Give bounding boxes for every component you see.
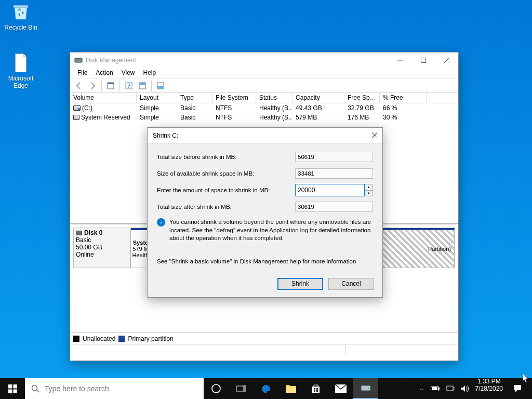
svg-rect-23 (361, 385, 370, 391)
value-available: 33481 (295, 168, 373, 179)
minimize-button[interactable] (388, 52, 411, 68)
help-button[interactable]: ? (123, 80, 135, 91)
menu-file[interactable]: File (73, 68, 91, 78)
drive-icon (73, 115, 79, 120)
desktop-label: Microsoft Edge (1, 75, 41, 89)
cortana-button[interactable] (204, 378, 229, 399)
taskbar-edge[interactable] (254, 378, 278, 399)
legend-primary: Primary partition (128, 335, 173, 342)
taskbar-mail[interactable] (328, 378, 353, 399)
mail-icon (335, 384, 347, 393)
spin-down[interactable]: ▼ (365, 190, 373, 196)
desktop-icon-recycle-bin[interactable]: Recycle Bin (1, 1, 41, 31)
menu-view[interactable]: View (117, 68, 139, 78)
disk-icon (76, 231, 82, 235)
svg-rect-21 (316, 390, 318, 392)
system-tray: ︿ (416, 378, 472, 399)
value-total-before: 50619 (295, 152, 373, 162)
network-icon[interactable] (446, 385, 455, 392)
view-top-button[interactable] (137, 80, 148, 91)
table-row[interactable]: System Reserved Simple Basic NTFS Health… (70, 113, 458, 122)
cancel-button[interactable]: Cancel (328, 278, 374, 290)
label-available: Size of available shrink space in MB: (157, 170, 295, 177)
svg-rect-8 (139, 83, 145, 85)
refresh-button[interactable] (105, 80, 116, 91)
clock-date: 7/18/2020 (475, 385, 503, 393)
forward-button[interactable] (87, 80, 98, 91)
close-button[interactable] (435, 52, 458, 68)
file-icon (10, 52, 32, 74)
col-volume[interactable]: Volume (70, 93, 137, 103)
taskbar-store[interactable] (303, 378, 328, 399)
col-capacity[interactable]: Capacity (292, 93, 344, 103)
svg-rect-27 (438, 388, 440, 390)
dialog-titlebar[interactable]: Shrink C: (148, 128, 382, 143)
battery-icon[interactable] (431, 385, 440, 392)
recycle-bin-icon (10, 1, 32, 23)
search-placeholder: Type here to search (45, 384, 109, 393)
start-button[interactable] (0, 378, 25, 399)
shrink-amount-input[interactable] (295, 184, 365, 196)
desktop-label: Recycle Bin (1, 24, 41, 31)
label-total-after: Total size after shrink in MB: (157, 204, 295, 210)
shrink-button[interactable]: Shrink (277, 278, 323, 290)
menu-help[interactable]: Help (139, 68, 161, 78)
volume-icon[interactable] (461, 385, 469, 392)
taskbar-disk-mgmt[interactable] (353, 378, 378, 399)
folder-icon (285, 383, 297, 394)
dialog-help-text: See "Shrink a basic volume" in Disk Mana… (157, 248, 373, 270)
back-button[interactable] (73, 80, 85, 91)
dialog-title: Shrink C: (153, 132, 372, 139)
spin-up[interactable]: ▲ (365, 184, 373, 190)
svg-rect-4 (108, 83, 114, 84)
taskbar-search[interactable]: Type here to search (25, 378, 204, 399)
table-row[interactable]: (C:) Simple Basic NTFS Healthy (B... 49.… (70, 103, 458, 113)
taskbar-clock[interactable]: 1:33 PM 7/18/2020 (472, 378, 506, 399)
view-bottom-button[interactable] (155, 80, 166, 91)
window-title: Disk Management (86, 57, 388, 64)
col-free[interactable]: Free Spa... (344, 93, 380, 103)
col-filesystem[interactable]: File System (212, 93, 256, 103)
col-pctfree[interactable]: % Free (380, 93, 427, 103)
mouse-cursor (523, 373, 530, 383)
spinner[interactable]: ▲▼ (365, 184, 373, 196)
drive-icon (73, 105, 81, 111)
window-titlebar[interactable]: Disk Management (70, 52, 458, 68)
maximize-button[interactable] (411, 52, 435, 68)
tray-chevron-up-icon[interactable]: ︿ (419, 385, 424, 392)
legend-swatch-unalloc (73, 336, 79, 342)
col-type[interactable]: Type (177, 93, 212, 103)
info-icon: i (157, 218, 165, 227)
svg-rect-18 (314, 388, 315, 390)
task-view-button[interactable] (229, 378, 254, 399)
svg-point-15 (32, 385, 37, 391)
svg-rect-26 (432, 387, 437, 390)
col-status[interactable]: Status (256, 93, 292, 103)
disk-info-panel[interactable]: Disk 0 Basic 50.00 GB Online (73, 228, 130, 268)
clock-time: 1:33 PM (475, 378, 503, 385)
taskbar-explorer[interactable] (278, 378, 303, 399)
svg-rect-2 (421, 58, 425, 63)
svg-rect-19 (316, 388, 318, 390)
desktop-icon-microsoft-edge[interactable]: Microsoft Edge (1, 52, 41, 89)
svg-rect-28 (447, 386, 453, 391)
label-enter-amount: Enter the amount of space to shrink in M… (157, 187, 295, 193)
svg-point-24 (368, 388, 369, 389)
volume-grid-header[interactable]: Volume Layout Type File System Status Ca… (70, 93, 458, 103)
svg-rect-11 (8, 384, 12, 389)
menu-action[interactable]: Action (91, 68, 117, 78)
svg-rect-14 (13, 389, 17, 393)
dialog-close-button[interactable] (372, 132, 377, 139)
label-total-before: Total size before shrink in MB: (157, 154, 295, 160)
notification-icon (513, 384, 522, 393)
legend-unallocated: Unallocated (83, 335, 115, 342)
svg-text:?: ? (127, 83, 130, 89)
svg-point-16 (212, 384, 220, 393)
svg-rect-13 (8, 389, 12, 393)
col-layout[interactable]: Layout (137, 93, 177, 103)
legend-swatch-primary (118, 336, 125, 342)
shrink-dialog: Shrink C: Total size before shrink in MB… (147, 127, 383, 298)
disk-mgmt-icon (74, 56, 83, 64)
legend: Unallocated Primary partition (70, 332, 458, 344)
windows-icon (8, 384, 17, 393)
